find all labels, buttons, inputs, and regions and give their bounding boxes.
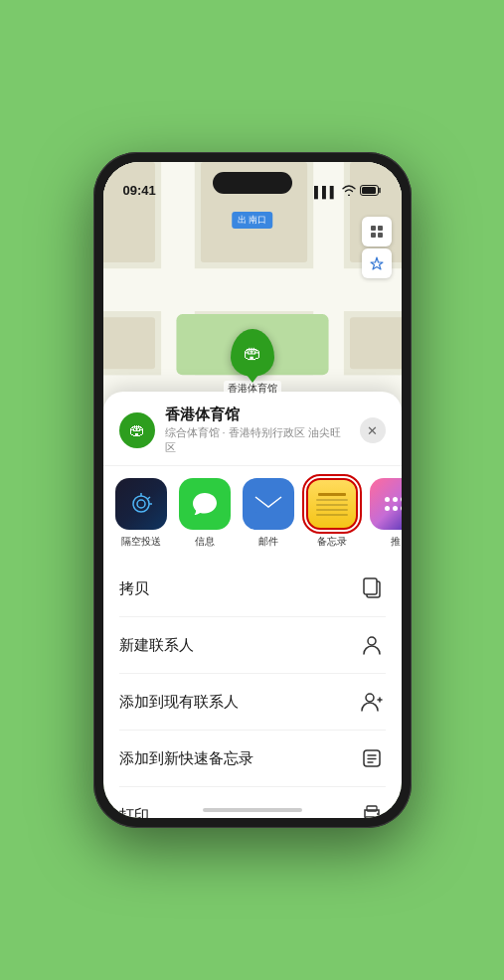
svg-line-25 (147, 497, 150, 499)
more-label: 推 (391, 535, 401, 549)
action-add-existing[interactable]: 添加到现有联系人 (119, 674, 386, 731)
action-copy[interactable]: 拷贝 (119, 561, 386, 617)
status-time: 09:41 (123, 183, 156, 198)
airdrop-icon (115, 478, 167, 530)
svg-point-22 (133, 496, 149, 512)
venue-pin: 🏟 (231, 329, 274, 377)
svg-rect-18 (371, 226, 376, 231)
svg-rect-27 (255, 495, 281, 513)
svg-rect-21 (378, 233, 383, 238)
share-options-row: 隔空投送 信息 (103, 466, 402, 561)
memo-icon (358, 744, 386, 772)
svg-rect-38 (365, 817, 379, 818)
home-indicator (203, 808, 302, 812)
map-nankou-label: 出 南口 (232, 212, 273, 229)
action-list: 拷贝 新建联系人 (103, 561, 402, 818)
venue-title: 香港体育馆 (165, 406, 350, 424)
map-controls (362, 217, 392, 278)
venue-map-label: 香港体育馆 (224, 381, 281, 397)
share-item-mail[interactable]: 邮件 (241, 478, 296, 549)
stadium-icon: 🏟 (244, 343, 261, 364)
dynamic-island (213, 172, 292, 194)
person-icon (358, 631, 386, 659)
nankou-text: 南口 (249, 215, 266, 225)
share-item-airdrop[interactable]: 隔空投送 (113, 478, 169, 549)
close-icon: ✕ (367, 423, 378, 438)
svg-rect-13 (349, 317, 401, 369)
messages-label: 信息 (195, 535, 215, 549)
signal-icon: ▌▌▌ (314, 186, 337, 198)
close-button[interactable]: ✕ (360, 417, 386, 443)
svg-rect-29 (364, 578, 377, 594)
svg-point-23 (137, 500, 145, 508)
venue-icon-small: 🏟 (119, 412, 155, 448)
map-location-button[interactable] (362, 248, 392, 278)
wifi-icon (342, 185, 356, 198)
print-icon (358, 801, 386, 818)
notes-icon (306, 478, 358, 530)
svg-rect-11 (103, 317, 155, 369)
bottom-sheet: 🏟 香港体育馆 综合体育馆 · 香港特别行政区 油尖旺区 ✕ (103, 392, 402, 818)
svg-rect-19 (378, 226, 383, 231)
phone-frame: 09:41 ▌▌▌ (93, 152, 412, 828)
svg-point-40 (377, 813, 379, 815)
svg-rect-20 (371, 233, 376, 238)
battery-icon (360, 185, 382, 198)
print-label: 打印 (119, 806, 149, 819)
action-print[interactable]: 打印 (119, 787, 386, 818)
svg-point-30 (368, 637, 376, 645)
person-add-icon (358, 688, 386, 716)
airdrop-label: 隔空投送 (121, 535, 161, 549)
sheet-header: 🏟 香港体育馆 综合体育馆 · 香港特别行政区 油尖旺区 ✕ (103, 392, 402, 466)
share-item-notes[interactable]: 备忘录 (304, 478, 360, 549)
nankou-prefix: 出 (238, 215, 247, 225)
new-contact-label: 新建联系人 (119, 636, 194, 655)
share-item-messages[interactable]: 信息 (177, 478, 233, 549)
add-existing-label: 添加到现有联系人 (119, 693, 239, 712)
venue-info: 香港体育馆 综合体育馆 · 香港特别行政区 油尖旺区 (165, 406, 350, 455)
status-icons: ▌▌▌ (314, 185, 381, 198)
svg-rect-1 (362, 187, 376, 194)
add-notes-label: 添加到新快速备忘录 (119, 749, 253, 768)
notes-label: 备忘录 (317, 535, 347, 549)
share-item-more[interactable]: 推 (368, 478, 402, 549)
messages-icon (179, 478, 231, 530)
action-add-notes[interactable]: 添加到新快速备忘录 (119, 731, 386, 787)
mail-label: 邮件 (258, 535, 278, 549)
copy-label: 拷贝 (119, 579, 149, 598)
notes-lines (308, 487, 356, 522)
svg-rect-3 (103, 268, 402, 311)
action-new-contact[interactable]: 新建联系人 (119, 617, 386, 674)
more-icon (370, 478, 402, 530)
venue-pin-area: 🏟 香港体育馆 (224, 329, 281, 397)
svg-point-31 (366, 694, 374, 702)
map-layers-button[interactable] (362, 217, 392, 246)
phone-screen: 09:41 ▌▌▌ (103, 162, 402, 818)
venue-subtitle: 综合体育馆 · 香港特别行政区 油尖旺区 (165, 425, 350, 455)
copy-icon (358, 574, 386, 602)
mail-icon (243, 478, 294, 530)
